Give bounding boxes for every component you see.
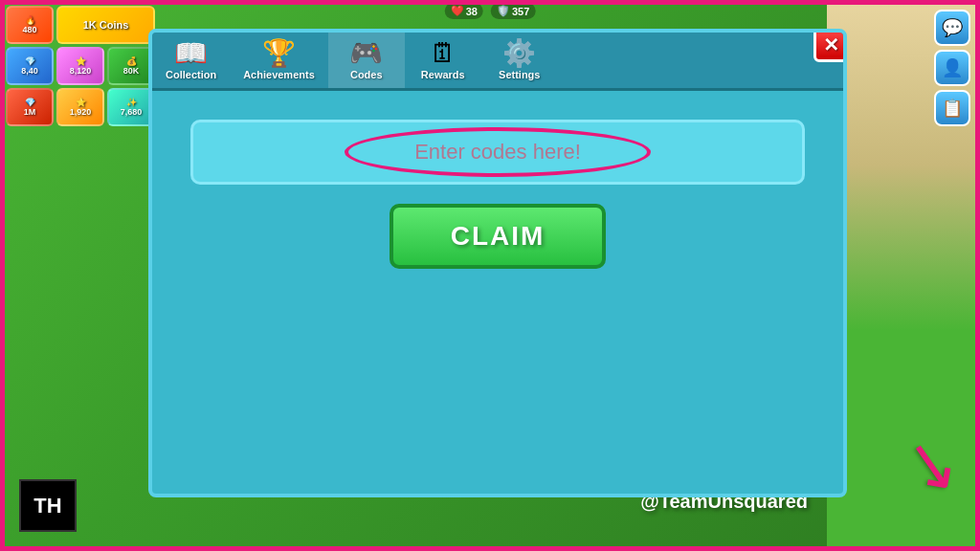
close-button[interactable]: ✕ [813, 29, 847, 62]
profile-button[interactable]: 👤 [934, 50, 970, 86]
code-input-wrapper [190, 120, 805, 185]
settings-icon: ⚙️ [502, 40, 536, 67]
collection-icon: 📖 [174, 40, 208, 67]
claim-button[interactable]: CLAIM [390, 204, 607, 269]
extra-button[interactable]: 📋 [934, 90, 970, 126]
achievements-icon: 🏆 [262, 40, 296, 67]
tab-collection[interactable]: 📖 Collection [152, 33, 230, 88]
modal-content: CLAIM [152, 91, 843, 494]
tab-bar: 📖 Collection 🏆 Achievements 🎮 Codes 🗓 Re… [152, 33, 843, 91]
tab-settings[interactable]: ⚙️ Settings [481, 33, 558, 88]
tab-codes[interactable]: 🎮 Codes [328, 33, 405, 88]
stat-bars: ❤️ 38 🛡️ 357 [445, 3, 536, 19]
code-input[interactable] [190, 120, 805, 185]
tile-1920: ⭐1,920 [56, 88, 104, 126]
tile-840: 💎8,40 [6, 47, 54, 85]
tile-8120: ⭐8,120 [56, 47, 104, 85]
codes-icon: 🎮 [349, 40, 383, 67]
heart-stat: ❤️ 38 [445, 3, 483, 19]
chat-button[interactable]: 💬 [934, 10, 970, 46]
game-tiles-area: 🔥480 1K Coins 💎8,40 ⭐8,120 💰80K 💎1M ⭐1,9… [0, 0, 153, 124]
tile-1k-coins: 1K Coins [56, 6, 155, 44]
tile-480: 🔥480 [6, 6, 54, 44]
tab-achievements[interactable]: 🏆 Achievements [230, 33, 328, 88]
right-panel: 💬 👤 📋 [934, 10, 970, 126]
tile-1m: 💎1M [6, 88, 54, 126]
rewards-icon: 🗓 [430, 40, 457, 67]
codes-modal: ✕ 📖 Collection 🏆 Achievements 🎮 Codes 🗓 … [148, 29, 847, 497]
th-logo: TH [19, 479, 77, 532]
tab-rewards[interactable]: 🗓 Rewards [405, 33, 481, 88]
shield-stat: 🛡️ 357 [491, 3, 535, 19]
